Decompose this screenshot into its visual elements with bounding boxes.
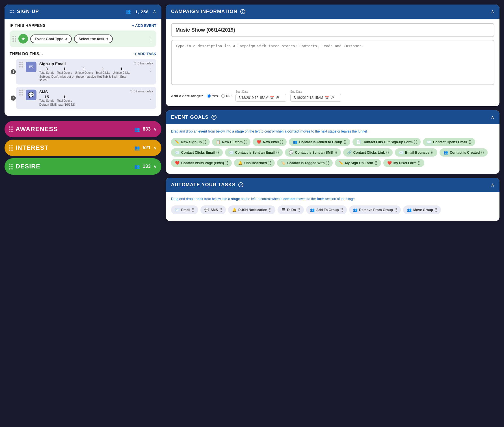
signup-header: SIGN-UP 👥 1, 256 ∧ (5, 5, 161, 19)
campaign-title-input[interactable] (171, 23, 494, 37)
task-subject-2: Default SMS text (16/162) (39, 103, 127, 106)
task-chips-grid: ✉️ Email 💬 SMS 🔔 PUSH Notification ☰ To … (171, 205, 494, 214)
event-goals-help-icon[interactable]: ? (211, 115, 217, 120)
goal-chip-email-bounces[interactable]: ✉️ Email Bounces (395, 148, 437, 157)
task-chip-to-do[interactable]: ☰ To Do (278, 205, 304, 214)
chip-icon-email-bounces: ✉️ (399, 150, 403, 155)
goal-chip-my-pixel-form[interactable]: ❤️ My Pixel Form (383, 159, 424, 167)
chip-drag-contact-sent-sms[interactable] (335, 151, 337, 154)
task-chip-drag-email-task[interactable] (192, 208, 194, 212)
chip-drag-contact-added-to-group[interactable] (344, 140, 346, 144)
goal-chip-new-signup[interactable]: ✏️ New Sign-up (171, 138, 210, 146)
chip-drag-contact-tagged-with[interactable] (326, 161, 329, 165)
chip-drag-new-custom[interactable] (244, 140, 246, 144)
event-more-btn[interactable]: ⋮ (148, 36, 153, 42)
goal-chip-contact-added-to-group[interactable]: 👥 Contact is Added to Group (289, 138, 350, 146)
radio-no-input[interactable] (221, 94, 225, 98)
chip-drag-contact-visits-page[interactable] (226, 161, 228, 165)
task-chip-add-to-group[interactable]: 👥 Add To Group (306, 205, 347, 214)
stage-awareness[interactable]: AWARENESS 👥 833 ∨ (5, 121, 161, 137)
event-goals-desc: Drag and drop an event from below into a… (171, 129, 494, 134)
select-task-btn[interactable]: Select the task ∨ (74, 34, 113, 43)
chip-icon-contact-tagged-with: 🏷️ (281, 161, 285, 165)
automate-collapse-btn[interactable]: ∧ (491, 182, 494, 188)
task-more-btn-2[interactable]: ⋮ (148, 95, 153, 101)
add-task-link[interactable]: + ADD TASK (135, 52, 156, 56)
stage-drag-awareness[interactable] (9, 126, 13, 132)
campaign-collapse-btn[interactable]: ∧ (491, 8, 494, 15)
task-chip-push-notification[interactable]: 🔔 PUSH Notification (228, 205, 275, 214)
chip-icon-new-signup: ✏️ (175, 140, 179, 144)
stage-drag-desire[interactable] (9, 164, 13, 170)
task-chip-drag-push-notification[interactable] (269, 208, 271, 212)
goal-chip-contact-clicks-link[interactable]: 🔗 Contact Clicks Link (343, 148, 393, 157)
automate-help-icon[interactable]: ? (238, 182, 243, 187)
event-goals-collapse-btn[interactable]: ∧ (491, 114, 494, 120)
goal-chip-unsubscribed[interactable]: 🔔 Unsubscribed (234, 159, 275, 167)
chip-label-contact-sent-email: Contact is Sent an Email (235, 151, 275, 155)
stage-desire[interactable]: DESIRE 👥 133 ∨ (5, 158, 161, 175)
chip-icon-contact-created: 👥 (444, 150, 448, 155)
date-radio-group: Yes NO (207, 94, 232, 98)
campaign-help-icon[interactable]: ? (240, 9, 245, 14)
chip-drag-my-pixel-form[interactable] (418, 161, 420, 165)
goal-chip-contact-tagged-with[interactable]: 🏷️ Contact is Tagged With (277, 159, 332, 167)
campaign-title-label: CAMPAIGN INFORMATION (171, 9, 237, 14)
task-chip-drag-sms-task[interactable] (220, 208, 222, 212)
goal-chip-contact-sent-email[interactable]: ✉️ Contact is Sent an Email (225, 148, 283, 157)
radio-yes-input[interactable] (207, 94, 211, 98)
chip-drag-my-signup-form[interactable] (375, 161, 377, 165)
drag-handle-icon[interactable] (10, 10, 14, 13)
chip-drag-unsubscribed[interactable] (269, 161, 271, 165)
end-date-input[interactable]: 5/18/2019 12:15AM 📅 ⏱ (290, 94, 341, 102)
collapse-button[interactable]: ∧ (153, 8, 156, 15)
task-chip-icon-add-to-group: 👥 (310, 208, 315, 212)
task-drag-handle-1[interactable] (19, 62, 23, 68)
task-chip-drag-to-do[interactable] (298, 208, 300, 212)
event-drag-handle[interactable] (12, 36, 16, 42)
goal-chip-contact-visits-page[interactable]: ❤️ Contact Visits Page (Pixel) (171, 159, 232, 167)
goal-chip-new-pixel[interactable]: ❤️ New Pixel (253, 138, 287, 146)
chip-icon-new-custom: 📋 (216, 140, 220, 144)
chip-drag-contact-fills-signup[interactable] (414, 140, 417, 144)
task-chip-label-remove-from-group: Remove From Group (359, 208, 393, 212)
task-chip-drag-remove-from-group[interactable] (395, 208, 397, 212)
goal-chip-contact-sent-sms[interactable]: 💬 Contact is Sent an SMS (285, 148, 341, 157)
radio-yes[interactable]: Yes (207, 94, 218, 98)
stat3-label: Unique Opens (75, 71, 93, 74)
stage-count-interest: 521 (143, 145, 151, 151)
goal-chip-contact-clicks-email[interactable]: ✉️ Contact Clicks Email (171, 148, 223, 157)
stage-interest[interactable]: INTEREST 👥 521 ∨ (5, 140, 161, 156)
task-subject-1: Subject: Don't miss out on these massive… (39, 75, 131, 82)
chip-drag-contact-clicks-email[interactable] (217, 151, 219, 154)
chip-drag-contact-created[interactable] (481, 151, 484, 154)
task-chip-email-task[interactable]: ✉️ Email (171, 205, 198, 214)
task-drag-handle-2[interactable] (19, 90, 23, 96)
chip-drag-email-bounces[interactable] (431, 151, 433, 154)
start-date-input[interactable]: 5/18/2019 12:15AM 📅 ⏱ (235, 94, 286, 102)
task-chip-drag-move-group[interactable] (435, 208, 437, 212)
add-event-link[interactable]: + ADD EVENT (132, 23, 156, 28)
goal-chip-contact-created[interactable]: 👥 Contact is Created (440, 148, 488, 157)
goal-chip-new-custom[interactable]: 📋 New Custom (212, 138, 251, 146)
chip-icon-contact-opens-email: ✉️ (427, 140, 431, 144)
chip-drag-contact-opens-email[interactable] (469, 140, 471, 144)
stage-drag-interest[interactable] (9, 145, 13, 151)
task-chip-drag-add-to-group[interactable] (341, 208, 343, 212)
chip-drag-contact-clicks-link[interactable] (386, 151, 389, 154)
task-chip-remove-from-group[interactable]: 👥 Remove From Group (349, 205, 401, 214)
chip-label-contact-added-to-group: Contact is Added to Group (299, 140, 342, 144)
goal-chip-contact-fills-signup[interactable]: 📄 Contact Fills Out Sign-up Form (352, 138, 421, 146)
chip-drag-contact-sent-email[interactable] (276, 151, 279, 154)
radio-no[interactable]: NO (221, 94, 232, 98)
stat2-num: 1 (63, 67, 66, 71)
task-more-btn-1[interactable]: ⋮ (148, 67, 153, 73)
event-goal-type-btn[interactable]: Event Goal Type ∧ (30, 34, 72, 43)
task-chip-sms-task[interactable]: 💬 SMS (200, 205, 226, 214)
task-chip-move-group[interactable]: 👥 Move Group (403, 205, 441, 214)
campaign-desc-textarea[interactable] (171, 40, 494, 85)
goal-chip-my-signup-form[interactable]: ✏️ My Sign-Up Form (335, 159, 381, 167)
chip-drag-new-pixel[interactable] (280, 140, 283, 144)
chip-drag-new-signup[interactable] (204, 140, 206, 144)
goal-chip-contact-opens-email[interactable]: ✉️ Contact Opens Email (423, 138, 475, 146)
